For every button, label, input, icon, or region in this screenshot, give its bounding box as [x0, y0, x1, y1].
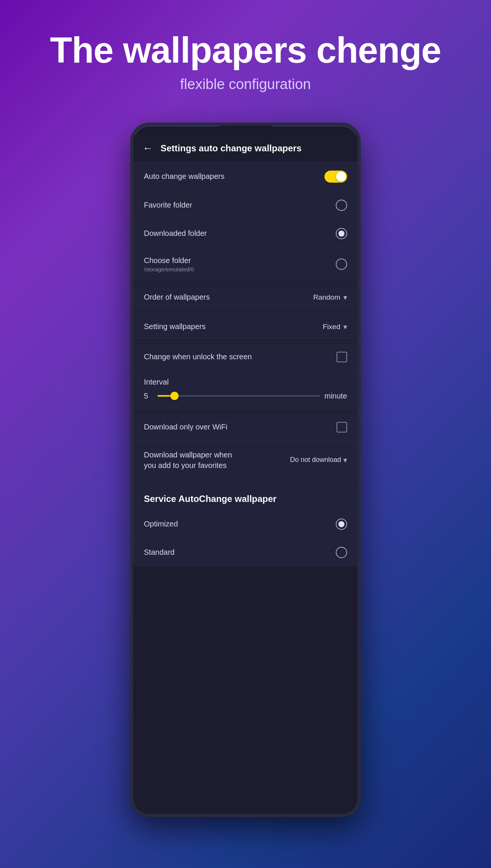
- auto-change-section: Auto change wallpapers Favorite folder D…: [133, 162, 358, 281]
- order-value: Random: [313, 293, 340, 302]
- phone-frame: ← Settings auto change wallpapers Auto c…: [130, 123, 361, 817]
- interval-slider[interactable]: [157, 395, 320, 397]
- service-optimized-radio[interactable]: [336, 519, 347, 530]
- wifi-label: Download only over WiFi: [144, 423, 337, 431]
- auto-change-toggle[interactable]: [324, 171, 347, 183]
- wifi-item[interactable]: Download only over WiFi: [133, 414, 358, 441]
- folder-downloaded-item[interactable]: Downloaded folder: [133, 220, 358, 248]
- interval-unit: minute: [324, 392, 347, 400]
- folder-downloaded-radio[interactable]: [336, 228, 347, 239]
- download-favorites-label: Download wallpaper whenyou add to your f…: [144, 449, 284, 471]
- folder-choose-sublabel: /storage/emulated/0: [144, 266, 336, 272]
- download-favorites-item[interactable]: Download wallpaper whenyou add to your f…: [133, 441, 358, 479]
- service-standard-item[interactable]: Standard: [133, 539, 358, 566]
- interval-section: Interval 5 minute: [133, 371, 358, 410]
- service-optimized-item[interactable]: Optimized: [133, 510, 358, 539]
- order-item[interactable]: Order of wallpapers Random ▾: [133, 285, 358, 310]
- service-section-header: Service AutoChange wallpaper: [133, 483, 358, 510]
- interval-label: Interval: [144, 378, 347, 386]
- setting-wallpapers-value: Fixed: [323, 323, 340, 331]
- screen: ← Settings auto change wallpapers Auto c…: [133, 135, 358, 814]
- hero-section: The wallpapers chenge flexible configura…: [0, 0, 491, 115]
- hero-subtitle: flexible configuration: [15, 76, 476, 92]
- back-button[interactable]: ←: [142, 142, 153, 154]
- service-standard-label: Standard: [144, 548, 336, 557]
- divider-5: [133, 481, 358, 482]
- folder-favorite-radio[interactable]: [336, 200, 347, 211]
- setting-wallpapers-label: Setting wallpapers: [144, 322, 323, 331]
- wifi-section: Download only over WiFi Download wallpap…: [133, 414, 358, 479]
- auto-change-item[interactable]: Auto change wallpapers: [133, 162, 358, 191]
- order-label: Order of wallpapers: [144, 293, 313, 302]
- toggle-knob: [336, 172, 346, 182]
- divider-2: [133, 312, 358, 312]
- setting-wallpapers-dropdown[interactable]: Fixed ▾: [323, 322, 347, 331]
- setting-wallpapers-item[interactable]: Setting wallpapers Fixed ▾: [133, 314, 358, 340]
- settings-body: Auto change wallpapers Favorite folder D…: [133, 162, 358, 566]
- order-dropdown-arrow: ▾: [343, 293, 347, 302]
- order-section: Order of wallpapers Random ▾: [133, 285, 358, 310]
- folder-choose-label: Choose folder /storage/emulated/0: [144, 256, 336, 272]
- divider-4: [133, 411, 358, 412]
- unlock-label: Change when unlock the screen: [144, 352, 337, 361]
- folder-choose-item[interactable]: Choose folder /storage/emulated/0: [133, 248, 358, 281]
- folder-favorite-label: Favorite folder: [144, 201, 336, 209]
- wifi-checkbox[interactable]: [337, 422, 347, 432]
- radio-inner: [338, 231, 344, 237]
- app-bar-title: Settings auto change wallpapers: [161, 143, 301, 154]
- divider-3: [133, 341, 358, 342]
- unlock-item[interactable]: Change when unlock the screen: [133, 343, 358, 371]
- unlock-section: Change when unlock the screen Interval 5…: [133, 343, 358, 410]
- interval-value: 5: [144, 392, 153, 400]
- hero-title: The wallpapers chenge: [15, 30, 476, 70]
- service-optimized-radio-inner: [338, 521, 344, 527]
- order-dropdown[interactable]: Random ▾: [313, 293, 347, 302]
- service-section: Service AutoChange wallpaper Optimized S…: [133, 483, 358, 566]
- setting-wallpapers-section: Setting wallpapers Fixed ▾: [133, 314, 358, 340]
- download-favorites-dropdown[interactable]: Do not download ▾: [290, 456, 347, 465]
- slider-thumb[interactable]: [170, 392, 179, 400]
- slider-row: 5 minute: [144, 392, 347, 400]
- service-optimized-label: Optimized: [144, 520, 336, 528]
- download-favorites-arrow: ▾: [343, 456, 347, 465]
- unlock-checkbox[interactable]: [337, 352, 347, 362]
- folder-favorite-item[interactable]: Favorite folder: [133, 191, 358, 220]
- service-standard-radio[interactable]: [336, 547, 347, 558]
- auto-change-label: Auto change wallpapers: [144, 172, 324, 181]
- divider-1: [133, 282, 358, 283]
- app-bar: ← Settings auto change wallpapers: [133, 135, 358, 162]
- download-favorites-value: Do not download: [290, 456, 341, 464]
- phone-notch: [219, 126, 272, 135]
- folder-choose-radio[interactable]: [336, 259, 347, 270]
- folder-downloaded-label: Downloaded folder: [144, 229, 336, 238]
- setting-wallpapers-arrow: ▾: [343, 322, 347, 331]
